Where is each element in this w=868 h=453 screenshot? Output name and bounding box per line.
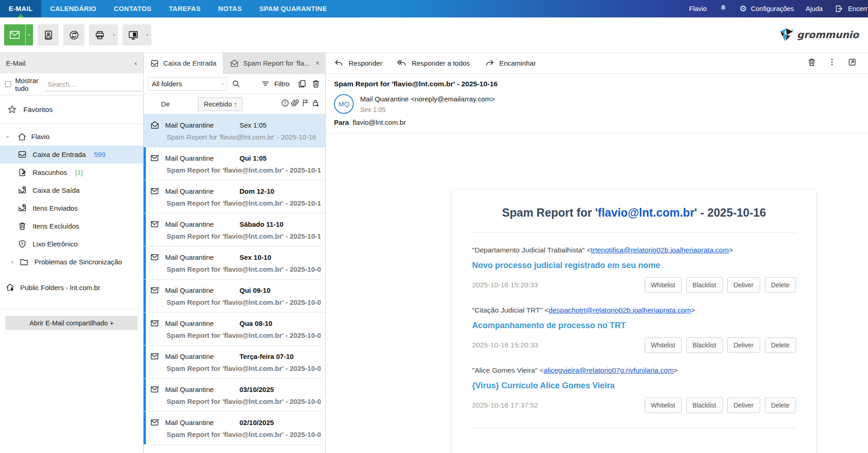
nav-item-spam-quarantine[interactable]: SPAM QUARANTINE — [250, 0, 336, 17]
more-options-kebab-icon[interactable] — [828, 58, 836, 68]
attachment-icon[interactable] — [291, 99, 300, 109]
sender-email-link[interactable]: despachotrt@relatorio02b.joalheriaprata.… — [549, 306, 691, 314]
spam-sender: "Citação Judicial TRT" <despachotrt@rela… — [472, 306, 796, 314]
list-column-header: De Recebido ↑ — [144, 94, 325, 114]
deliver-button[interactable]: Deliver — [727, 397, 760, 413]
notifications-bell-icon[interactable] — [719, 4, 728, 14]
mail-list-item[interactable]: Mail Quarantine Sábado 11-10 Spam Report… — [144, 213, 325, 246]
expand-chevron-icon[interactable]: › — [5, 132, 11, 142]
expand-chevron-icon[interactable]: › — [7, 259, 17, 265]
sidebar-collapse-chevron-icon[interactable]: ‹ — [134, 59, 137, 68]
folder-search-input[interactable] — [45, 78, 142, 91]
nav-right-group: Flavio ⚙ Configurações Ajuda Encerrar — [689, 0, 868, 17]
mail-list-item[interactable]: Mail Quarantine 03/10/2025 Spam Report f… — [144, 379, 325, 412]
forward-button[interactable]: Encaminhar — [484, 58, 536, 68]
mail-from: Mail Quarantine — [165, 286, 234, 294]
whitelist-button[interactable]: Whitelist — [645, 397, 682, 413]
nav-item-email[interactable]: E-MAIL — [0, 0, 41, 17]
blacklist-button[interactable]: Blacklist — [686, 337, 723, 353]
mail-list-item[interactable]: Mail Quarantine Terça-feira 07-10 Spam R… — [144, 346, 325, 379]
sidebar-item-drafts[interactable]: Rascunhos [1] — [0, 163, 143, 181]
address-book-button[interactable] — [38, 24, 59, 45]
logout-button[interactable]: Encerrar — [835, 4, 868, 13]
mail-list-item[interactable]: Mail Quarantine Sex 10-10 Spam Report fo… — [144, 246, 325, 280]
delete-button[interactable]: Delete — [765, 277, 796, 293]
user-name[interactable]: Flavio — [689, 5, 707, 12]
flag-icon[interactable] — [301, 99, 310, 109]
settings-button[interactable]: ⚙ Configurações — [740, 5, 794, 13]
search-icon[interactable] — [231, 79, 241, 89]
deliver-button[interactable]: Deliver — [727, 277, 760, 293]
spam-timestamp: 2025-10-16 15:20:33 — [472, 281, 538, 289]
print-button[interactable] — [89, 24, 110, 45]
new-mail-button[interactable] — [4, 24, 25, 45]
nav-item-contacts[interactable]: CONTATOS — [105, 0, 160, 17]
delete-button[interactable]: Delete — [765, 397, 796, 413]
open-envelope-icon — [230, 59, 239, 68]
mail-list-item[interactable]: Mail Quarantine Dom 12-10 Spam Report fo… — [144, 180, 325, 213]
sidebar-item-inbox[interactable]: Caixa de Entrada 599 — [0, 145, 143, 163]
mail-list-item[interactable]: Mail Quarantine Qui 1:05 Spam Report for… — [144, 147, 325, 180]
sort-received-button[interactable]: Recebido ↑ — [198, 97, 243, 111]
sender-email-link[interactable]: trtenotifica@relatorio02b.joalheriaprata… — [591, 246, 729, 254]
sidebar-item-outbox[interactable]: Caixa de Saída — [0, 181, 143, 199]
sidebar-item-deleted[interactable]: Itens Excluídos — [0, 217, 143, 235]
column-from[interactable]: De — [161, 100, 170, 108]
filter-icon[interactable] — [261, 79, 270, 89]
mail-subject: Spam Report for 'flavio@lnt.com.br' - 20… — [167, 331, 321, 339]
nav-item-calendar[interactable]: CALENDÁRIO — [41, 0, 105, 17]
close-tab-icon[interactable]: × — [315, 59, 319, 67]
layout-dropdown[interactable]: › — [144, 24, 151, 45]
mail-subject: Spam Report for 'flavio@lnt.com.br' - 20… — [167, 232, 321, 240]
mail-list-item[interactable]: Mail Quarantine Sex 1:05 Spam Report for… — [144, 114, 325, 147]
show-all-checkbox[interactable] — [5, 81, 11, 88]
sidebar-item-sent[interactable]: Itens Enviados — [0, 199, 143, 217]
important-icon[interactable] — [281, 99, 289, 109]
new-mail-dropdown[interactable]: › — [25, 24, 33, 45]
spam-subject-link[interactable]: Acompanhamento de processo no TRT — [472, 321, 796, 330]
delete-message-icon[interactable] — [807, 57, 817, 69]
reply-button[interactable]: Responder — [334, 58, 382, 68]
sidebar-item-sync-issues[interactable]: › Problemas de Sincronização — [0, 253, 143, 271]
trash-icon[interactable] — [311, 79, 321, 89]
sidebar-item-junk[interactable]: Lixo Eletrônico — [0, 235, 143, 253]
whitelist-button[interactable]: Whitelist — [645, 277, 682, 293]
show-all-label[interactable]: Mostrar tudo — [15, 77, 39, 92]
blacklist-button[interactable]: Blacklist — [686, 277, 723, 293]
copy-icon[interactable] — [297, 79, 307, 89]
account-root-row[interactable]: › Flavio — [0, 128, 143, 145]
message-recipient-row: Paraflavio@lnt.com.br — [334, 118, 860, 126]
tab-spam-report[interactable]: Spam Report for 'fla... × — [223, 53, 327, 73]
sender-email-link[interactable]: alicegvieira@relatorio07g.rivfunilaria.c… — [544, 366, 674, 374]
mail-item-list: Mail Quarantine Sex 1:05 Spam Report for… — [144, 114, 325, 453]
open-in-window-icon[interactable] — [847, 57, 857, 69]
mail-date: Sex 10-10 — [239, 253, 271, 261]
favorites-row[interactable]: Favoritos — [0, 95, 143, 124]
print-dropdown[interactable]: › — [110, 24, 118, 45]
spam-subject-link[interactable]: {Virus} Currículo Alice Gomes Vieira — [472, 381, 796, 391]
refresh-button[interactable] — [63, 24, 84, 45]
card-divider — [472, 428, 796, 428]
lock-icon[interactable] — [311, 99, 320, 109]
delete-button[interactable]: Delete — [765, 337, 796, 353]
mail-date: Qui 1:05 — [239, 154, 267, 162]
nav-item-notes[interactable]: NOTAS — [210, 0, 251, 17]
filter-label[interactable]: Filtro — [274, 80, 289, 88]
title-mailbox-link[interactable]: flavio@lnt.com.br — [598, 206, 695, 219]
whitelist-button[interactable]: Whitelist — [645, 337, 682, 353]
mail-list-item[interactable]: Mail Quarantine 02/10/2025 Spam Report f… — [144, 412, 325, 445]
open-shared-mailbox-button[interactable]: Abrir E-Mail compartilhado + — [6, 316, 138, 330]
folder-scope-select[interactable]: All folders › — [148, 77, 227, 91]
spam-subject-link[interactable]: Novo processo judicial registrado em seu… — [472, 261, 796, 270]
deliver-button[interactable]: Deliver — [727, 337, 760, 353]
mail-list-item[interactable]: Mail Quarantine Qui 09-10 Spam Report fo… — [144, 280, 325, 313]
tab-inbox[interactable]: Caixa de Entrada — [144, 53, 223, 74]
nav-item-tasks[interactable]: TAREFAS — [160, 0, 209, 17]
reading-pane-layout-button[interactable] — [122, 24, 144, 45]
reply-all-button[interactable]: Responder a todos — [397, 58, 470, 68]
help-button[interactable]: Ajuda — [806, 5, 823, 12]
sidebar-item-public-folders[interactable]: Public Folders - lnt.com.br — [0, 278, 143, 296]
print-button-group: › — [89, 24, 118, 45]
mail-list-item[interactable]: Mail Quarantine Qua 08-10 Spam Report fo… — [144, 313, 325, 346]
blacklist-button[interactable]: Blacklist — [686, 397, 723, 413]
